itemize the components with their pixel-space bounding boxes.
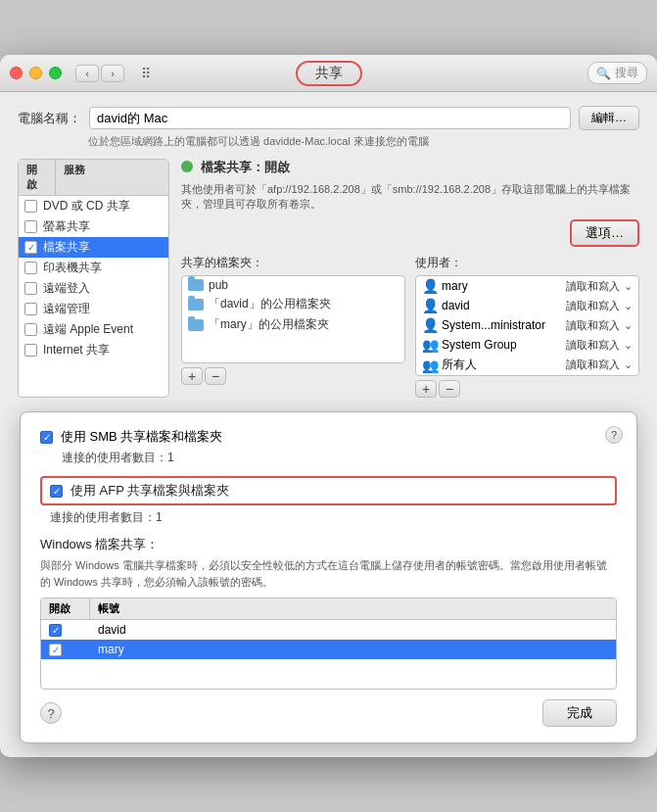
win-accounts-table: 開啟 帳號 ✓ david ✓ mary xyxy=(40,597,617,690)
service-item-dvd[interactable]: DVD 或 CD 共享 xyxy=(19,196,168,216)
status-dot xyxy=(181,161,193,172)
perm-everyone: 讀取和寫入 xyxy=(566,358,620,372)
service-label-remote-mgmt: 遠端管理 xyxy=(43,301,90,317)
win-cb-mary[interactable]: ✓ xyxy=(49,644,62,656)
minimize-button[interactable] xyxy=(29,67,42,79)
perm-david: 讀取和寫入 xyxy=(566,299,620,313)
afp-row: ✓ 使用 AFP 共享檔案與檔案夾 xyxy=(40,476,617,505)
user-icon-everyone: 👥 xyxy=(422,358,438,373)
user-row-david[interactable]: 👤 david 讀取和寫入 ⌄ xyxy=(416,296,638,315)
user-info-sysadmin: 👤 System...ministrator xyxy=(422,317,562,333)
folder-item-david[interactable]: 「david」的公用檔案夾 xyxy=(182,294,404,314)
right-panel: 檔案共享：開啟 其他使用者可於「afp://192.168.2.208」或「sm… xyxy=(181,159,639,398)
user-icon-sysadmin: 👤 xyxy=(422,317,438,333)
folder-item-mary[interactable]: 「mary」的公用檔案夾 xyxy=(182,314,404,335)
perm-arrow-everyone[interactable]: ⌄ xyxy=(624,358,633,371)
service-checkbox-internet[interactable] xyxy=(24,344,37,357)
folder-icon-pub xyxy=(188,279,204,291)
services-panel: 開啟 服務 DVD 或 CD 共享 螢幕共享 ✓ 檔案共享 xyxy=(18,159,169,398)
folder-item-pub[interactable]: pub xyxy=(182,276,404,294)
service-checkbox-screen[interactable] xyxy=(24,220,37,233)
edit-button[interactable]: 編輯… xyxy=(579,106,639,130)
dialog-help-icon[interactable]: ? xyxy=(605,426,623,444)
service-label-dvd: DVD 或 CD 共享 xyxy=(43,198,130,215)
window-title: 共享 xyxy=(296,61,362,86)
win-row-mary[interactable]: ✓ mary xyxy=(41,640,616,659)
dialog-bottom: ? 完成 xyxy=(40,699,617,727)
folder-icon-david xyxy=(188,299,204,310)
computer-name-row: 電腦名稱： 編輯… xyxy=(18,106,639,130)
service-item-remote-mgmt[interactable]: 遠端管理 xyxy=(19,299,168,319)
service-checkbox-file[interactable]: ✓ xyxy=(24,241,37,254)
service-label-internet: Internet 共享 xyxy=(43,342,110,358)
service-label-remote-login: 遠端登入 xyxy=(43,280,90,297)
remove-user-button[interactable]: − xyxy=(439,380,460,398)
maximize-button[interactable] xyxy=(49,67,62,79)
close-button[interactable] xyxy=(10,67,23,79)
user-row-sysadmin[interactable]: 👤 System...ministrator 讀取和寫入 ⌄ xyxy=(416,315,638,335)
win-cb-david[interactable]: ✓ xyxy=(49,624,62,637)
folder-name-david: 「david」的公用檔案夾 xyxy=(209,296,331,312)
user-row-mary[interactable]: 👤 mary 讀取和寫入 ⌄ xyxy=(416,276,638,296)
service-checkbox-dvd[interactable] xyxy=(24,200,37,213)
win-row-david[interactable]: ✓ david xyxy=(41,620,616,640)
users-plus-minus: + − xyxy=(415,380,639,398)
user-info-mary: 👤 mary xyxy=(422,278,562,294)
perm-arrow-david[interactable]: ⌄ xyxy=(624,300,633,312)
window-title-container: 共享 xyxy=(296,61,362,86)
perm-sysadmin: 讀取和寫入 xyxy=(566,318,620,333)
service-item-printer[interactable]: 印表機共享 xyxy=(19,258,168,278)
user-row-sysgroup[interactable]: 👥 System Group 讀取和寫入 ⌄ xyxy=(416,335,638,355)
folder-icon-mary xyxy=(188,319,204,331)
titlebar: ‹ › ⠿ 共享 🔍 搜尋 xyxy=(0,55,657,92)
services-header-name: 服務 xyxy=(56,160,168,195)
services-header-on: 開啟 xyxy=(19,160,56,195)
service-checkbox-remote-login[interactable] xyxy=(24,282,37,295)
status-bar: 檔案共享：開啟 xyxy=(181,159,639,176)
afp-label: 使用 AFP 共享檔案與檔案夾 xyxy=(70,482,229,500)
win-header-on: 開啟 xyxy=(41,598,90,619)
back-button[interactable]: ‹ xyxy=(75,65,99,82)
computer-name-input[interactable] xyxy=(89,107,571,129)
options-button[interactable]: 選項… xyxy=(570,219,639,247)
forward-button[interactable]: › xyxy=(101,65,124,82)
search-placeholder: 搜尋 xyxy=(615,65,638,81)
service-label-file: 檔案共享 xyxy=(43,239,90,256)
service-item-remote-login[interactable]: 遠端登入 xyxy=(19,278,168,299)
afp-checkbox[interactable]: ✓ xyxy=(50,485,63,498)
service-item-remote-apple[interactable]: 遠端 Apple Event xyxy=(19,319,168,340)
user-icon-mary: 👤 xyxy=(422,278,438,294)
add-user-button[interactable]: + xyxy=(415,380,437,398)
service-checkbox-remote-mgmt[interactable] xyxy=(24,303,37,315)
computer-name-label: 電腦名稱： xyxy=(18,110,81,127)
add-folder-button[interactable]: + xyxy=(181,367,203,385)
grid-icon[interactable]: ⠿ xyxy=(134,65,158,82)
user-row-everyone[interactable]: 👥 所有人 讀取和寫入 ⌄ xyxy=(416,355,638,375)
service-item-screen[interactable]: 螢幕共享 xyxy=(19,216,168,237)
user-name-sysadmin: System...ministrator xyxy=(442,318,545,332)
services-panel-header: 開啟 服務 xyxy=(19,160,168,196)
win-checkbox-mary[interactable]: ✓ xyxy=(49,644,98,656)
folder-name-pub: pub xyxy=(209,278,228,292)
service-checkbox-printer[interactable] xyxy=(24,262,37,274)
win-checkbox-david[interactable]: ✓ xyxy=(49,624,98,637)
done-button[interactable]: 完成 xyxy=(542,699,617,727)
perm-arrow-sysgroup[interactable]: ⌄ xyxy=(624,339,633,352)
search-icon: 🔍 xyxy=(596,67,611,80)
service-item-file[interactable]: ✓ 檔案共享 xyxy=(19,237,168,258)
traffic-lights xyxy=(10,67,62,79)
win-header-account: 帳號 xyxy=(90,598,616,619)
smb-label: 使用 SMB 共享檔案和檔案夾 xyxy=(61,428,222,446)
main-window: ‹ › ⠿ 共享 🔍 搜尋 電腦名稱： 編輯… 位於您區域網路上的電腦都可以透過… xyxy=(0,55,657,757)
service-item-internet[interactable]: Internet 共享 xyxy=(19,340,168,360)
perm-sysgroup: 讀取和寫入 xyxy=(566,338,620,353)
dialog-bottom-help[interactable]: ? xyxy=(40,702,62,724)
search-box[interactable]: 🔍 搜尋 xyxy=(587,62,647,84)
user-icon-david: 👤 xyxy=(422,298,438,313)
perm-arrow-mary[interactable]: ⌄ xyxy=(624,280,633,293)
remove-folder-button[interactable]: − xyxy=(205,367,226,385)
service-checkbox-remote-apple[interactable] xyxy=(24,323,37,336)
network-hint: 位於您區域網路上的電腦都可以透過 davidde-Mac.local 來連接您的… xyxy=(88,134,639,149)
perm-arrow-sysadmin[interactable]: ⌄ xyxy=(624,319,633,332)
smb-checkbox[interactable]: ✓ xyxy=(40,431,53,444)
